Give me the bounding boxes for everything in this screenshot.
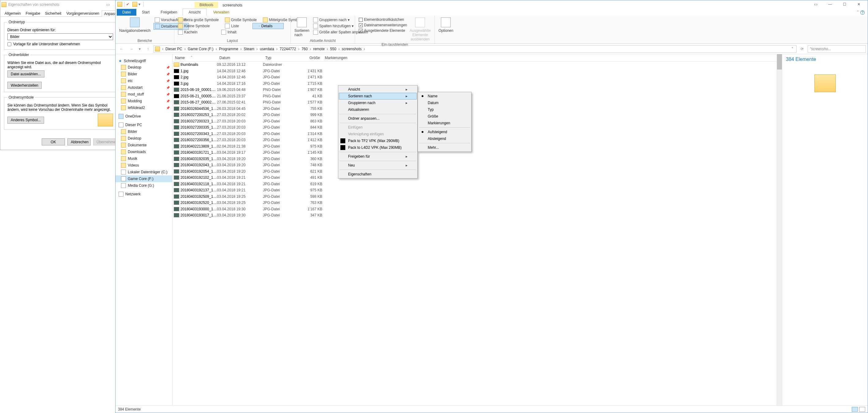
nav-item[interactable]: etc📌	[116, 77, 172, 84]
file-row[interactable]: 20180403192520_1.j...03.04.2018 19:25JPG…	[173, 200, 777, 206]
close-icon[interactable]: ✕	[852, 0, 866, 8]
sort-more[interactable]: Mehr...	[418, 144, 471, 151]
hide-selected-button[interactable]: Ausgewählte Elemente ausblenden	[408, 17, 432, 42]
sort-ascending[interactable]: Aufsteigend	[418, 129, 471, 135]
breadcrumb-segment[interactable]: screenshots	[341, 47, 363, 51]
file-list[interactable]: thumbnails09.12.2016 13:12Dateiordner1.j…	[173, 62, 777, 405]
ctx-properties[interactable]: Eigenschaften	[339, 171, 417, 178]
file-row[interactable]: 20180403192035_1.j...03.04.2018 19:20JPG…	[173, 156, 777, 162]
ctx-new[interactable]: Neu▸	[339, 162, 417, 169]
ctx-pack-tf2[interactable]: Pack to TF2 VPK (Max 290MB)	[339, 137, 417, 144]
apply-button[interactable]: Übernehmen	[93, 138, 117, 145]
file-row[interactable]: 20180403191721_1.j...03.04.2018 19:17JPG…	[173, 149, 777, 156]
nav-item[interactable]: Videos	[116, 162, 172, 169]
file-row[interactable]: 20180327200356_1.j...27.03.2018 20:03JPG…	[173, 137, 777, 143]
sort-size[interactable]: Größe	[418, 113, 471, 120]
sort-date[interactable]: Datum	[418, 100, 471, 106]
nav-item[interactable]: Media Core (G:)	[116, 182, 172, 189]
breadcrumb-segment[interactable]: 760	[300, 47, 309, 51]
file-row[interactable]: 20180403192043_1.j...03.04.2018 19:20JPG…	[173, 162, 777, 168]
column-headers[interactable]: Nameˆ Datum Typ Größe Markierungen	[173, 54, 777, 62]
dialog-titlebar[interactable]: Eigenschaften von screenshots ▭ ✕	[0, 0, 120, 9]
nav-item[interactable]: Desktop📌	[116, 64, 172, 71]
ctx-customize-folder[interactable]: Ordner anpassen...	[339, 115, 417, 122]
nav-item[interactable]: Dokumente	[116, 142, 172, 148]
nav-item[interactable]: Musik	[116, 155, 172, 162]
ctx-paste[interactable]: Einfügen	[339, 124, 417, 131]
options-button[interactable]: Optionen	[437, 17, 455, 33]
file-row[interactable]: 3.jpg14.04.2018 17:16JPG-Datei1'715 KB	[173, 80, 777, 87]
file-row[interactable]: 20180327200335_1.j...27.03.2018 20:03JPG…	[173, 124, 777, 131]
file-row[interactable]: 20180403192118_1.j...03.04.2018 19:21JPG…	[173, 181, 777, 187]
nav-item[interactable]: Bilder📌	[116, 71, 172, 77]
file-row[interactable]: 20180402213809_1.j...02.04.2018 21:38JPG…	[173, 143, 777, 150]
chk-item-checkboxes[interactable]: Elementkontrollkästchen	[358, 17, 408, 22]
breadcrumb-dropdown[interactable]: ˅	[789, 47, 795, 51]
breadcrumb-segment[interactable]: Game Core (F:)	[187, 47, 215, 51]
history-dropdown[interactable]: ▾	[137, 45, 143, 53]
view-thumbnails-icon[interactable]	[859, 407, 865, 412]
layout-tiles[interactable]: Kacheln	[177, 29, 198, 35]
sort-type[interactable]: Typ	[418, 106, 471, 113]
sort-by-button[interactable]: Sortieren nach	[293, 17, 311, 38]
nav-panel-button[interactable]: Navigationsbereich	[118, 17, 152, 33]
nav-item[interactable]: Modding📌	[116, 98, 172, 104]
nav-quick-access[interactable]: ★Schnellzugriff	[116, 58, 172, 64]
layout-list[interactable]: Liste	[224, 23, 240, 29]
layout-xlarge[interactable]: Extra große Symbole	[177, 17, 220, 23]
minimize-icon[interactable]: —	[823, 0, 837, 8]
file-row[interactable]: 2015-06-19_00001....19.06.2015 04:48PNG-…	[173, 87, 777, 93]
breadcrumb-segment[interactable]: remote	[312, 47, 326, 51]
chevron-icon[interactable]: ›	[309, 47, 312, 51]
breadcrumb-segment[interactable]: Programme	[218, 47, 240, 51]
nav-item[interactable]: Autostart📌	[116, 84, 172, 91]
scrollbar[interactable]	[777, 54, 782, 405]
nav-item[interactable]: mod_stuff📌	[116, 91, 172, 98]
tab-versions[interactable]: Vorgängerversionen	[64, 10, 101, 16]
file-row[interactable]: 20180327200343_1.j...27.03.2018 20:03JPG…	[173, 131, 777, 137]
sort-tags[interactable]: Markierungen	[418, 120, 471, 127]
qat-check-icon[interactable]: ✔	[126, 2, 129, 6]
file-row[interactable]: 1.jpg14.04.2018 12:46JPG-Datei1'431 KB	[173, 68, 777, 74]
ctx-group-by[interactable]: Gruppieren nach▸	[339, 100, 417, 106]
tab-verwalten[interactable]: Verwalten	[208, 9, 235, 15]
choose-file-button[interactable]: Datei auswählen...	[7, 70, 44, 77]
cancel-button[interactable]: Abbrechen	[67, 138, 91, 145]
chevron-icon[interactable]: ›	[338, 47, 341, 51]
nav-item[interactable]: Desktop	[116, 135, 172, 142]
ctx-pack-l4d2[interactable]: Pack to L4D2 VPK (Max 290MB)	[339, 144, 417, 151]
folder-type-select[interactable]: Bilder	[7, 33, 113, 40]
file-row[interactable]: 20180403192509_1.j...03.04.2018 19:25JPG…	[173, 194, 777, 200]
nav-item[interactable]: Bilder	[116, 128, 172, 135]
nav-onedrive[interactable]: OneDrive	[116, 113, 172, 120]
sort-name[interactable]: Name	[418, 93, 471, 100]
breadcrumb-segment[interactable]: 550	[329, 47, 338, 51]
file-row[interactable]: 20180403192137_1.j...03.04.2018 19:21JPG…	[173, 187, 777, 194]
tool-tab[interactable]: Bildtools	[194, 2, 218, 8]
layout-details[interactable]: Details	[252, 23, 284, 29]
chevron-icon[interactable]: ›	[297, 47, 300, 51]
restore-button[interactable]: Wiederherstellen	[7, 82, 42, 89]
file-row[interactable]: thumbnails09.12.2016 13:12Dateiordner	[173, 62, 777, 68]
chevron-icon[interactable]: ›	[215, 47, 218, 51]
view-details-icon[interactable]	[852, 407, 858, 412]
navigation-pane[interactable]: ★Schnellzugriff Desktop📌Bilder📌etc📌Autos…	[116, 54, 173, 405]
file-row[interactable]: 2015-06-27_00002....27.06.2015 02:41PNG-…	[173, 99, 777, 106]
app-icon[interactable]	[117, 2, 122, 7]
ribbon-collapse[interactable]: ˆ ?	[854, 9, 868, 15]
layout-content[interactable]: Inhalt	[220, 29, 238, 35]
breadcrumb-segment[interactable]: 72244772	[279, 47, 297, 51]
tab-freigeben[interactable]: Freigeben	[155, 9, 183, 15]
ctx-paste-link[interactable]: Verknüpfung einfügen	[339, 131, 417, 137]
file-row[interactable]: 20180403192054_1.j...03.04.2018 19:20JPG…	[173, 168, 777, 175]
ok-button[interactable]: OK	[42, 138, 65, 145]
file-row[interactable]: 20180326044536_1.j...26.03.2018 04:45JPG…	[173, 106, 777, 112]
forward-button[interactable]: →	[127, 45, 136, 53]
nav-item[interactable]: Game Core (F:)	[116, 175, 172, 182]
help-icon[interactable]: ▭	[106, 2, 110, 7]
file-row[interactable]: 20180327200323_1.j...27.03.2018 20:03JPG…	[173, 118, 777, 125]
breadcrumb-segment[interactable]: userdata	[258, 47, 275, 51]
other-icon-button[interactable]: Anderes Symbol...	[7, 117, 44, 124]
file-row[interactable]: 20180403193000_1.j...03.04.2018 19:30JPG…	[173, 206, 777, 212]
file-row[interactable]: 20180327200253_1.j...27.03.2018 20:02JPG…	[173, 112, 777, 118]
